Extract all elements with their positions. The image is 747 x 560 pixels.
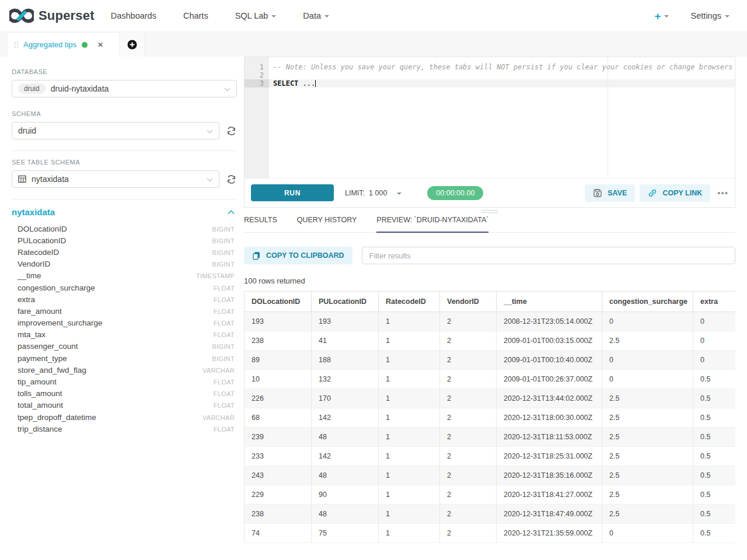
nav-item-charts[interactable]: Charts [183,11,208,20]
superset-brand[interactable]: Superset [9,7,95,24]
table-row: 22990122020-12-31T18:41:27.000Z2.50.5 [245,485,736,505]
table-cell: 1 [379,447,440,466]
column-name: payment_type [18,354,67,363]
table-cell: 0 [602,524,693,543]
query-tab-label[interactable]: Aggregated tips [23,40,76,49]
column-header[interactable]: PULocationID [312,292,379,312]
query-tab-aggregated-tips[interactable]: Aggregated tips ✕ [7,32,120,57]
column-header[interactable]: VendorID [440,292,497,312]
column-header[interactable]: congestion_surcharge [602,292,693,312]
top-navbar: Superset Dashboards Charts SQL Lab Data … [0,0,747,32]
chevron-down-icon [224,84,231,93]
column-name: tolls_amount [18,389,62,398]
schema-select[interactable]: druid [12,122,219,139]
chevron-down-icon [324,15,329,18]
query-status-dot [82,42,88,48]
sql-code-editor[interactable]: 123 -- Note: Unless you save your query,… [245,57,735,178]
run-button[interactable]: RUN [251,184,334,201]
table-cell: 2.5 [602,408,693,428]
column-type: TIMESTAMP [196,272,235,279]
table-cell: 0 [602,370,693,389]
line-number: 3 [245,79,269,88]
limit-dropdown[interactable]: LIMIT: 1 000 [345,189,402,197]
database-select[interactable]: druid druid-nytaxidata [12,80,237,97]
column-list-item: trip_distance FLOAT [12,423,237,435]
drag-handle-icon[interactable] [15,42,18,48]
table-row: 10132122009-01-01T00:26:37.000Z00.5 [245,370,736,389]
table-cell: 2 [440,351,497,370]
text-cursor [315,80,316,87]
table-cell: 2.5 [602,466,693,485]
column-name: improvement_surcharge [18,318,103,327]
column-header[interactable]: DOLocationID [245,292,312,312]
chevron-up-icon[interactable] [228,210,235,215]
column-name: PULocationID [18,236,66,245]
table-cell: 2020-12-31T18:00:30.000Z [497,408,602,428]
superset-logo-icon [9,7,34,24]
tab-results[interactable]: RESULTS [244,216,277,233]
refresh-table-icon[interactable] [226,174,237,185]
table-cell: 1 [379,312,440,331]
table-cell: 0.5 [693,370,736,389]
table-cell: 2.5 [602,505,693,524]
new-item-menu[interactable]: + [654,10,668,22]
see-table-schema-label: SEE TABLE SCHEMA [12,159,237,166]
rows-returned-text: 100 rows returned [244,276,735,285]
table-cell: 0 [602,351,693,370]
table-cell: 90 [312,485,379,505]
save-icon [593,188,602,198]
settings-menu[interactable]: Settings [691,11,729,20]
column-header[interactable]: __time [497,292,602,312]
tab-query-history[interactable]: QUERY HISTORY [297,216,357,233]
filter-results-input[interactable] [362,247,735,264]
close-icon[interactable]: ✕ [97,41,103,49]
table-cell: 132 [312,370,379,389]
table-cell: 2009-01-01T00:03:15.000Z [497,331,602,351]
column-type: VARCHAR [203,367,235,374]
nav-item-data[interactable]: Data [303,11,329,20]
copy-to-clipboard-button[interactable]: COPY TO CLIPBOARD [244,247,352,264]
table-cell: 2 [440,428,497,447]
table-cell: 41 [312,331,379,351]
column-name: extra [18,295,35,304]
table-select[interactable]: nytaxidata [12,170,219,188]
column-name: VendorID [18,260,50,268]
column-name: DOLocationID [18,225,67,233]
table-cell: 0.5 [693,505,736,524]
table-cell: 238 [245,505,312,524]
column-list-item: store_and_fwd_flag VARCHAR [12,364,237,376]
results-tab-bar: RESULTS QUERY HISTORY PREVIEW: `DRUID-NY… [244,216,735,233]
table-cell: 0.5 [693,485,736,505]
column-type: FLOAT [214,296,235,303]
table-cell: 48 [312,428,379,447]
results-table-container[interactable]: DOLocationIDPULocationIDRatecodeIDVendor… [244,291,735,543]
divider [12,199,237,200]
pane-resize-handle[interactable] [244,208,735,215]
print-margin-line [608,57,608,178]
column-list-item: total_amount FLOAT [12,400,237,411]
refresh-schema-icon[interactable] [226,125,237,136]
more-options-icon[interactable]: ••• [717,188,728,198]
table-cell: 2020-12-31T21:35:59.000Z [497,524,602,543]
editor-line: -- Note: Unless you save your query, the… [269,63,735,71]
column-type: BIGINT [212,343,235,350]
schema-label: SCHEMA [12,110,237,117]
table-header-row: DOLocationIDPULocationIDRatecodeIDVendor… [245,292,736,312]
column-header[interactable]: RatecodeID [379,292,440,312]
column-header[interactable]: extra [693,292,736,312]
table-schema-title[interactable]: nytaxidata [12,207,55,217]
table-cell: 142 [312,408,379,428]
tab-preview[interactable]: PREVIEW: `DRUID-NYTAXIDATA` [376,216,488,233]
copy-link-button[interactable]: COPY LINK [640,184,710,202]
new-tab-button[interactable] [120,32,145,57]
table-cell: 2 [440,408,497,428]
table-cell: 2009-01-01T00:26:37.000Z [497,370,602,389]
nav-item-dashboards[interactable]: Dashboards [111,11,156,20]
column-list: DOLocationID BIGINT PULocationID BIGINT … [12,223,237,435]
save-button[interactable]: SAVE [585,184,635,202]
column-type: FLOAT [214,285,235,292]
column-list-item: mta_tax FLOAT [12,329,237,341]
table-row: 23948122020-12-31T18:11:53.000Z2.50.5 [245,428,736,447]
nav-item-sql-lab[interactable]: SQL Lab [235,11,277,20]
column-type: BIGINT [212,355,235,362]
